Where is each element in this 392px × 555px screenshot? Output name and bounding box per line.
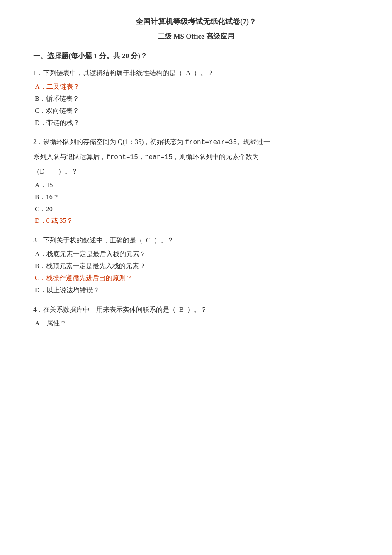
question-1-optionD: D．带链的栈？ (33, 117, 359, 129)
question-1-optionB: B．循环链表？ (33, 93, 359, 105)
question-1-text: 1．下列链表中，其逻辑结构属于非线性结构的是（ A ）。？ (33, 67, 359, 78)
question-2-text3: （D ）。？ (33, 166, 359, 177)
question-2-optionB: B．16？ (33, 191, 359, 203)
section-title: 一、选择题(每小题 1 分。共 20 分)？ (33, 51, 359, 61)
question-4: 4．在关系数据库中，用来表示实体间联系的是（ B ）。？ A．属性？ (33, 304, 359, 330)
question-1: 1．下列链表中，其逻辑结构属于非线性结构的是（ A ）。？ A．二叉链表？ B．… (33, 67, 359, 129)
question-2-optionC: C．20 (33, 203, 359, 215)
question-4-text: 4．在关系数据库中，用来表示实体间联系的是（ B ）。？ (33, 304, 359, 315)
question-3-optionA: A．栈底元素一定是最后入栈的元素？ (33, 248, 359, 260)
question-2-text1: 2．设循环队列的存储空间为 Q(1：35)，初始状态为 front=rear=3… (33, 136, 359, 148)
question-3: 3．下列关于栈的叙述中，正确的是（ C ）。？ A．栈底元素一定是最后入栈的元素… (33, 235, 359, 296)
question-2-optionD: D．0 或 35？ (33, 215, 359, 227)
question-3-text: 3．下列关于栈的叙述中，正确的是（ C ）。？ (33, 235, 359, 246)
question-3-optionB: B．栈顶元素一定是最先入栈的元素？ (33, 260, 359, 272)
question-1-optionA: A．二叉链表？ (33, 81, 359, 93)
question-3-optionC: C．栈操作遵循先进后出的原则？ (33, 272, 359, 284)
question-3-optionD: D．以上说法均错误？ (33, 284, 359, 296)
question-2-optionA: A．15 (33, 179, 359, 191)
page-title: 全国计算机等级考试无纸化试卷(7)？ (33, 17, 359, 27)
question-2-text2: 系列入队与退队运算后，front=15，rear=15，则循环队列中的元素个数为 (33, 151, 359, 163)
question-4-optionA: A．属性？ (33, 318, 359, 330)
page-subtitle: 二级 MS Office 高级应用 (33, 32, 359, 41)
question-2: 2．设循环队列的存储空间为 Q(1：35)，初始状态为 front=rear=3… (33, 136, 359, 227)
question-1-optionC: C．双向链表？ (33, 105, 359, 117)
